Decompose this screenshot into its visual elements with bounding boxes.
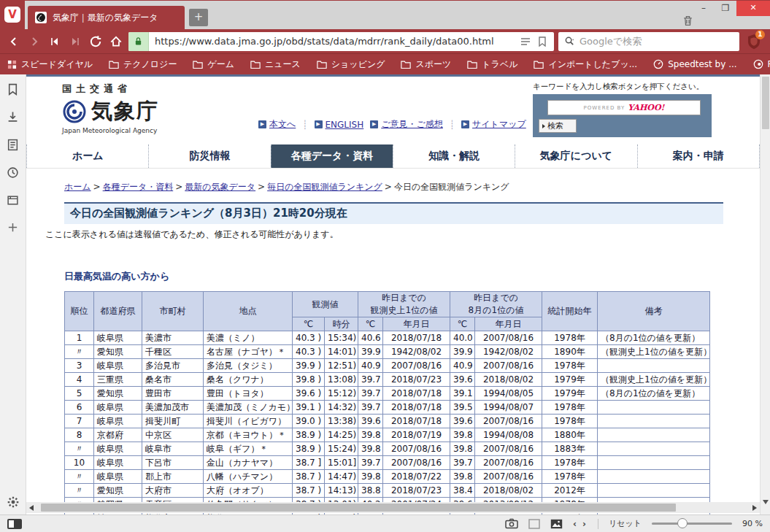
nav-item[interactable]: 案内・申請 <box>637 144 760 168</box>
table-cell: 38.4 <box>450 484 475 498</box>
bookmark-item[interactable]: スポーツ <box>401 58 451 71</box>
nav-item[interactable]: 知識・解説 <box>393 144 515 168</box>
ministry-name: 国土交通省 <box>62 82 159 96</box>
page-title: 今日の全国観測値ランキング（8月3日）21時20分現在 <box>64 202 723 224</box>
table-row: 〃愛知県大府市大府（オオブ）38.7 )14:13)38.82018/07/23… <box>65 484 710 498</box>
site-search-button[interactable]: 検索 <box>539 119 577 133</box>
reload-icon[interactable] <box>88 34 104 50</box>
bookmark-item[interactable]: スピードダイヤル <box>7 58 93 71</box>
table-cell: 八幡（ハチマン） <box>204 470 293 484</box>
utility-link-text[interactable]: ご意見・ご感想 <box>381 118 443 131</box>
vertical-scroll-thumb[interactable] <box>762 77 769 129</box>
new-tab-button[interactable]: + <box>189 9 208 26</box>
bookmark-item[interactable]: テクノロジー <box>109 58 177 71</box>
table-row: 3岐阜県多治見市多治見（タジミ）39.9 )12:51)40.92007/08/… <box>65 359 710 373</box>
bookmarks-panel-icon[interactable] <box>7 83 19 96</box>
table-cell: 12:51) <box>325 359 358 373</box>
table-cell: 美濃加茂市 <box>142 401 204 415</box>
utility-link[interactable]: ▶サイトマップ <box>461 118 526 131</box>
vivaldi-menu-button[interactable]: V <box>0 0 25 29</box>
ssl-padlock-icon[interactable] <box>128 32 149 51</box>
scroll-down-icon[interactable] <box>763 500 769 504</box>
breadcrumb-item[interactable]: 最新の気象データ <box>185 182 255 192</box>
breadcrumb-item[interactable]: 各種データ・資料 <box>103 182 174 192</box>
notes-panel-icon[interactable] <box>7 139 19 151</box>
toggle-images-icon[interactable] <box>550 519 563 529</box>
jma-logo[interactable]: 国土交通省 気象庁 Japan Meteorological Agency <box>62 82 159 134</box>
history-panel-icon[interactable] <box>7 166 19 179</box>
nav-item[interactable]: 防災情報 <box>148 144 270 168</box>
utility-link[interactable]: ▶本文へ <box>258 118 296 131</box>
settings-gear-icon[interactable] <box>7 496 20 509</box>
utility-link-text[interactable]: ENGLISH <box>326 120 364 130</box>
bookmark-item[interactable]: インポートしたブッ... <box>534 58 637 71</box>
utility-link-text[interactable]: 本文へ <box>269 118 296 131</box>
bookmark-item[interactable]: ショッピング <box>317 58 385 71</box>
agency-name: 気象庁 <box>91 97 159 126</box>
horizontal-scroll-thumb[interactable] <box>41 504 676 512</box>
search-field[interactable]: Googleで検索 <box>558 32 739 51</box>
breadcrumb-item[interactable]: 毎日の全国観測値ランキング <box>267 182 382 192</box>
minimize-button[interactable]: – <box>693 1 715 16</box>
panel-toggle-icon[interactable] <box>7 519 22 529</box>
table-cell: 38.8 <box>358 484 383 498</box>
back-icon[interactable] <box>6 34 22 50</box>
zoom-slider[interactable] <box>652 523 732 525</box>
breadcrumb-item[interactable]: ホーム <box>64 182 91 192</box>
table-header-cell: ℃ <box>450 317 475 331</box>
add-panel-icon[interactable] <box>7 222 18 233</box>
nav-item[interactable]: 気象庁について <box>515 144 636 168</box>
horizontal-scrollbar[interactable] <box>26 502 760 513</box>
zoom-reset-button[interactable]: リセット <box>609 518 642 529</box>
tab-cycle-arrows-icon[interactable]: ‹ › <box>573 519 588 529</box>
windows-panel-icon[interactable] <box>7 194 19 207</box>
closed-tabs-trash-icon[interactable] <box>682 15 694 27</box>
scroll-right-icon[interactable] <box>750 505 760 511</box>
table-cell: 39.6 ) <box>293 387 325 401</box>
bookmark-item[interactable]: Speedtest by ... <box>653 59 736 69</box>
site-search-input[interactable]: POWERED BY YAHOO! <box>547 100 701 115</box>
table-cell: 39.1 <box>450 387 475 401</box>
bookmark-item[interactable]: トラベル <box>467 58 517 71</box>
reader-mode-icon[interactable] <box>520 37 531 46</box>
fast-forward-icon[interactable] <box>67 34 83 50</box>
zoom-slider-thumb[interactable] <box>677 518 688 528</box>
tab-favicon-icon <box>35 12 47 23</box>
vertical-scrollbar[interactable] <box>760 74 770 514</box>
page-tiling-icon[interactable] <box>528 519 540 529</box>
capture-camera-icon[interactable] <box>505 518 518 529</box>
utility-link-text[interactable]: サイトマップ <box>472 118 526 131</box>
adblock-shield-icon[interactable]: 1 <box>744 31 764 52</box>
url-text[interactable]: https://www.data.jma.go.jp/obd/stats/dat… <box>149 36 513 47</box>
browser-tab[interactable]: 気象庁｜最新の気象データ <box>28 6 185 29</box>
rewind-icon[interactable] <box>47 34 63 50</box>
folder-icon <box>250 60 261 69</box>
forward-icon[interactable] <box>26 34 42 50</box>
bookmark-item[interactable]: ニュース <box>250 58 301 71</box>
bookmark-item[interactable]: Pure HTML5 In... <box>753 59 770 69</box>
utility-link[interactable]: ▶ENGLISH <box>315 120 364 130</box>
table-cell: 14:13) <box>325 484 358 498</box>
bookmark-page-icon[interactable] <box>538 36 547 47</box>
vivaldi-logo-icon: V <box>4 7 20 23</box>
table-cell: 40.9 <box>358 359 383 373</box>
home-icon[interactable] <box>108 34 124 50</box>
table-cell <box>598 470 710 484</box>
scroll-left-icon[interactable] <box>26 505 36 511</box>
table-cell: 1942/08/02 <box>383 345 450 359</box>
table-header-cell: 地点 <box>204 292 293 331</box>
maximize-button[interactable]: ❐ <box>715 1 736 16</box>
bookmark-item[interactable]: ゲーム <box>193 58 234 71</box>
downloads-panel-icon[interactable] <box>7 111 19 123</box>
close-button[interactable]: ✕ <box>736 1 770 16</box>
table-cell: 13:08) <box>325 373 358 387</box>
table-cell: 14:32) <box>325 401 358 415</box>
table-cell: 14:01) <box>325 345 358 359</box>
table-cell <box>598 484 710 498</box>
nav-item[interactable]: 各種データ・資料 <box>271 144 393 168</box>
nav-item[interactable]: ホーム <box>26 144 148 168</box>
url-field[interactable]: https://www.data.jma.go.jp/obd/stats/dat… <box>128 32 554 51</box>
utility-link[interactable]: ▶ご意見・ご感想 <box>370 118 443 131</box>
search-engine-icon[interactable] <box>564 36 575 47</box>
table-cell: 2018/08/02 <box>475 484 542 498</box>
